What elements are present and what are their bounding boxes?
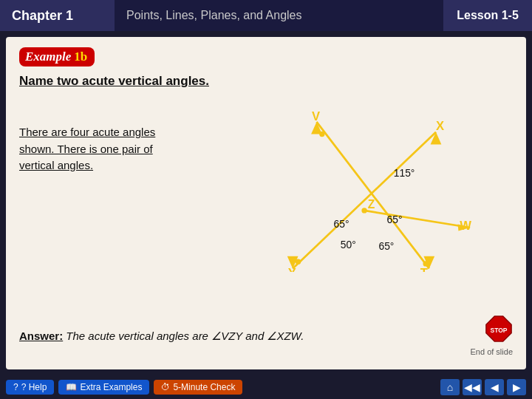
svg-text:50°: 50° bbox=[341, 239, 356, 250]
svg-text:W: W bbox=[460, 219, 471, 233]
example-badge: Example 1b bbox=[19, 47, 95, 66]
clock-icon: ⏱ bbox=[161, 382, 170, 392]
svg-text:X: X bbox=[436, 119, 444, 133]
example-number: 1b bbox=[74, 50, 87, 64]
svg-text:115°: 115° bbox=[394, 167, 415, 179]
prev-prev-button[interactable]: ◀◀ bbox=[463, 379, 482, 395]
five-minute-check-button[interactable]: ⏱ 5-Minute Check bbox=[154, 380, 242, 395]
svg-marker-4 bbox=[431, 132, 442, 145]
chapter-title: Points, Lines, Planes, and Angles bbox=[115, 0, 443, 31]
home-button[interactable]: ⌂ bbox=[440, 379, 460, 395]
chapter-label: Chapter 1 bbox=[0, 0, 115, 31]
main-content: Example 1b Name two acute vertical angle… bbox=[6, 37, 526, 369]
extra-examples-button[interactable]: 📖 Extra Examples bbox=[58, 380, 149, 395]
svg-text:V: V bbox=[312, 109, 320, 123]
book-icon: 📖 bbox=[66, 382, 77, 392]
question-text: Name two acute vertical angles. bbox=[19, 74, 513, 89]
content-row: There are four acute angles shown. There… bbox=[19, 95, 513, 272]
explanation-text: There are four acute angles shown. There… bbox=[19, 124, 174, 174]
svg-text:STOP: STOP bbox=[490, 327, 507, 334]
svg-text:Y: Y bbox=[288, 266, 296, 272]
footer-left: ? ? Help 📖 Extra Examples ⏱ 5-Minute Che… bbox=[6, 380, 242, 395]
svg-point-10 bbox=[296, 259, 301, 264]
stop-sign: STOP bbox=[485, 315, 513, 343]
svg-line-6 bbox=[364, 211, 470, 228]
svg-line-0 bbox=[316, 122, 429, 268]
example-label: Example bbox=[25, 50, 71, 64]
help-button[interactable]: ? ? Help bbox=[6, 380, 54, 395]
lesson-label: Lesson 1-5 bbox=[443, 0, 532, 31]
help-label: ? Help bbox=[21, 382, 47, 392]
next-button[interactable]: ▶ bbox=[507, 379, 526, 395]
answer-text: The acute vertical angles are ∠VZY and ∠… bbox=[66, 330, 304, 342]
svg-text:T: T bbox=[420, 266, 428, 272]
answer-section: Answer: The acute vertical angles are ∠V… bbox=[19, 330, 304, 343]
check-label: 5-Minute Check bbox=[173, 382, 235, 392]
svg-text:Z: Z bbox=[368, 198, 375, 211]
footer: ? ? Help 📖 Extra Examples ⏱ 5-Minute Che… bbox=[0, 375, 532, 399]
svg-text:65°: 65° bbox=[387, 214, 403, 225]
svg-point-8 bbox=[361, 208, 366, 213]
header: Chapter 1 Points, Lines, Planes, and Ang… bbox=[0, 0, 532, 31]
answer-label: Answer: bbox=[19, 330, 63, 342]
prev-button[interactable]: ◀ bbox=[485, 379, 504, 395]
chapter-text: Chapter 1 bbox=[12, 8, 73, 24]
extra-label: Extra Examples bbox=[80, 382, 142, 392]
question-icon: ? bbox=[13, 382, 18, 392]
svg-point-9 bbox=[319, 132, 324, 137]
geometry-diagram: V X W Y T Z 115° 65° 65° 50° 65° bbox=[182, 95, 513, 272]
end-of-slide-label: End of slide bbox=[471, 347, 513, 356]
footer-right: ⌂ ◀◀ ◀ ▶ bbox=[440, 379, 526, 395]
diagram-area: V X W Y T Z 115° 65° 65° 50° 65° bbox=[182, 95, 513, 272]
svg-text:65°: 65° bbox=[378, 240, 394, 252]
svg-text:65°: 65° bbox=[334, 218, 349, 230]
